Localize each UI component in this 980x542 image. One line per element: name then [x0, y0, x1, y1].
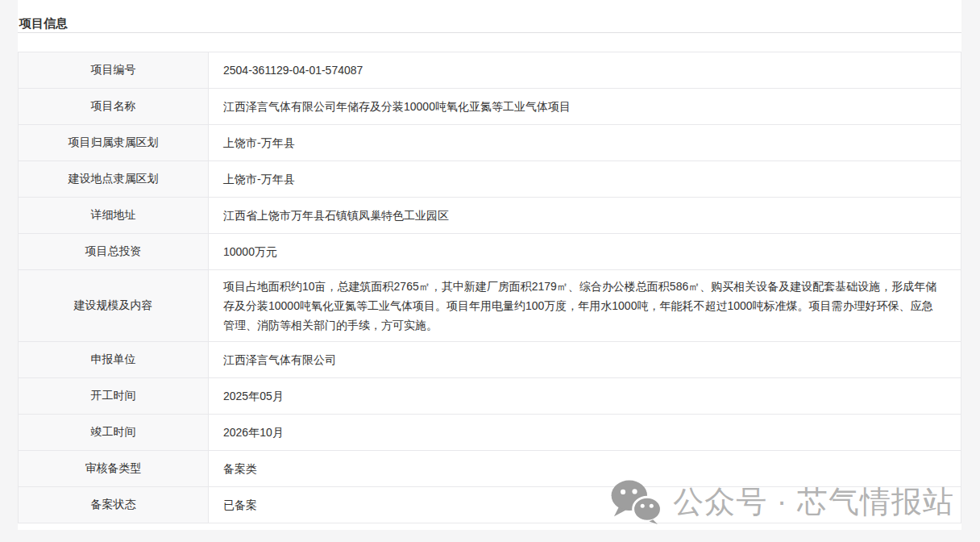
- row-label: 建设规模及内容: [19, 270, 209, 341]
- row-value: 备案类: [209, 451, 961, 486]
- row-value: 江西泽言气体有限公司: [209, 342, 961, 377]
- title-divider: [18, 32, 961, 33]
- row-label: 申报单位: [19, 342, 209, 377]
- row-value: 2504-361129-04-01-574087: [209, 52, 961, 88]
- row-label: 项目归属隶属区划: [19, 125, 209, 161]
- table-row: 建设规模及内容项目占地面积约10亩，总建筑面积2765㎡，其中新建厂房面积217…: [19, 270, 961, 342]
- row-value: 项目占地面积约10亩，总建筑面积2765㎡，其中新建厂房面积2179㎡、综合办公…: [209, 270, 961, 341]
- row-value: 已备案: [209, 487, 961, 523]
- row-label: 项目编号: [19, 52, 209, 88]
- project-info-card: 项目信息 项目编号2504-361129-04-01-574087项目名称江西泽…: [18, 0, 961, 530]
- table-row: 项目编号2504-361129-04-01-574087: [19, 52, 961, 89]
- row-label: 开工时间: [19, 378, 209, 414]
- table-row: 详细地址江西省上饶市万年县石镇镇凤巢特色工业园区: [19, 198, 961, 234]
- row-value: 江西泽言气体有限公司年储存及分装10000吨氧化亚氮等工业气体项目: [209, 89, 961, 124]
- row-value: 江西省上饶市万年县石镇镇凤巢特色工业园区: [209, 198, 961, 233]
- table-row: 申报单位江西泽言气体有限公司: [19, 342, 961, 378]
- table-row: 备案状态已备案: [19, 487, 961, 523]
- table-row: 审核备类型备案类: [19, 451, 961, 487]
- row-label: 详细地址: [19, 198, 209, 233]
- row-value: 上饶市-万年县: [209, 161, 961, 197]
- row-label: 项目名称: [19, 89, 209, 124]
- row-label: 备案状态: [19, 487, 209, 523]
- row-value: 2026年10月: [209, 415, 961, 450]
- row-label: 建设地点隶属区划: [19, 161, 209, 197]
- table-row: 项目名称江西泽言气体有限公司年储存及分装10000吨氧化亚氮等工业气体项目: [19, 89, 961, 125]
- table-row: 开工时间2025年05月: [19, 378, 961, 415]
- table-row: 竣工时间2026年10月: [19, 415, 961, 451]
- row-value: 10000万元: [209, 234, 961, 269]
- row-label: 竣工时间: [19, 415, 209, 450]
- page-title: 项目信息: [18, 0, 961, 32]
- table-row: 建设地点隶属区划上饶市-万年县: [19, 161, 961, 198]
- table-row: 项目归属隶属区划上饶市-万年县: [19, 125, 961, 161]
- row-value: 2025年05月: [209, 378, 961, 414]
- project-info-table: 项目编号2504-361129-04-01-574087项目名称江西泽言气体有限…: [18, 52, 961, 523]
- table-row: 项目总投资10000万元: [19, 234, 961, 270]
- row-value: 上饶市-万年县: [209, 125, 961, 161]
- row-label: 项目总投资: [19, 234, 209, 269]
- row-label: 审核备类型: [19, 451, 209, 486]
